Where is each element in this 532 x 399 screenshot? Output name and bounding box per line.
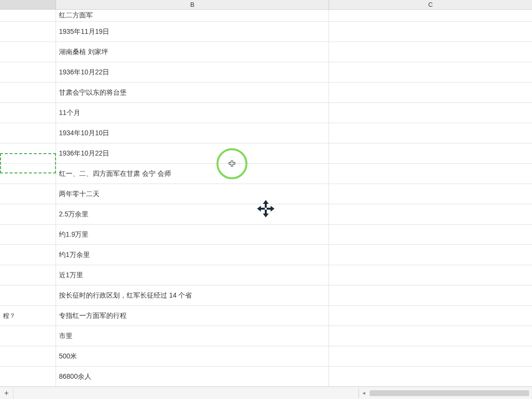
- cell-b[interactable]: 11个月: [56, 103, 329, 123]
- table-row[interactable]: 两年零十二天: [0, 184, 532, 204]
- horizontal-scroll: ◄: [357, 387, 532, 399]
- table-row[interactable]: 甘肃会宁以东的将台堡: [0, 83, 532, 103]
- cell-c[interactable]: [329, 204, 532, 224]
- cell-a[interactable]: [0, 103, 56, 123]
- cell-c[interactable]: [329, 346, 532, 366]
- cell-a[interactable]: [0, 10, 56, 21]
- cell-c[interactable]: [329, 225, 532, 244]
- cell-c[interactable]: [329, 123, 532, 143]
- cell-c[interactable]: [329, 83, 532, 102]
- grid-body[interactable]: 红二方面军 1935年11月19日 湖南桑植 刘家坪 1936年10月22日 甘…: [0, 10, 532, 386]
- table-row[interactable]: 市里: [0, 326, 532, 346]
- table-row[interactable]: 1935年11月19日: [0, 22, 532, 42]
- scrollbar-track[interactable]: [370, 390, 529, 396]
- cell-a[interactable]: [0, 42, 56, 62]
- table-row[interactable]: 约1.9万里: [0, 225, 532, 245]
- cell-b[interactable]: 按长征时的行政区划，红军长征经过 14 个省: [56, 285, 329, 305]
- add-sheet-button[interactable]: +: [0, 387, 14, 399]
- cell-a[interactable]: [0, 285, 56, 305]
- column-headers: B C: [0, 0, 532, 10]
- cell-c[interactable]: [329, 285, 532, 305]
- table-row[interactable]: 按长征时的行政区划，红军长征经过 14 个省: [0, 285, 532, 306]
- table-row[interactable]: 红一、二、四方面军在甘肃 会宁 会师: [0, 164, 532, 184]
- sheet-tab-bar: + ◄: [0, 386, 532, 399]
- cell-a[interactable]: [0, 265, 56, 285]
- cell-b[interactable]: 湖南桑植 刘家坪: [56, 42, 329, 62]
- table-row[interactable]: 1934年10月10日: [0, 123, 532, 143]
- cell-a[interactable]: [0, 62, 56, 82]
- cell-c[interactable]: [329, 164, 532, 184]
- cell-b[interactable]: 市里: [56, 326, 329, 346]
- cell-a[interactable]: [0, 164, 56, 184]
- cell-b[interactable]: 专指红一方面军的行程: [56, 306, 329, 326]
- column-header-b[interactable]: B: [56, 0, 329, 9]
- column-header-a[interactable]: [0, 0, 56, 9]
- cell-c[interactable]: [329, 184, 532, 204]
- cell-c[interactable]: [329, 22, 532, 42]
- cell-a[interactable]: [0, 22, 56, 42]
- cell-a[interactable]: [0, 83, 56, 102]
- table-row[interactable]: 红二方面军: [0, 10, 532, 22]
- cell-a[interactable]: [0, 123, 56, 143]
- cell-b[interactable]: 1935年11月19日: [56, 22, 329, 42]
- scrollbar-thumb[interactable]: [370, 390, 529, 396]
- table-row[interactable]: 湖南桑植 刘家坪: [0, 42, 532, 62]
- table-row[interactable]: 程？ 专指红一方面军的行程: [0, 306, 532, 326]
- cell-b[interactable]: 1936年10月22日: [56, 62, 329, 82]
- cell-a[interactable]: 程？: [0, 306, 56, 326]
- cell-b[interactable]: 约1.9万里: [56, 225, 329, 244]
- cell-a[interactable]: [0, 143, 56, 163]
- table-row[interactable]: 11个月: [0, 103, 532, 123]
- table-row[interactable]: 1936年10月22日: [0, 143, 532, 164]
- cell-c[interactable]: [329, 306, 532, 326]
- cell-c[interactable]: [329, 62, 532, 82]
- cell-a[interactable]: [0, 326, 56, 346]
- cell-c[interactable]: [329, 367, 532, 386]
- cell-c[interactable]: [329, 103, 532, 123]
- column-header-c[interactable]: C: [329, 0, 532, 9]
- cell-b[interactable]: 1936年10月22日: [56, 143, 329, 163]
- cell-c[interactable]: [329, 10, 532, 21]
- cell-b[interactable]: 甘肃会宁以东的将台堡: [56, 83, 329, 102]
- cell-b[interactable]: 500米: [56, 346, 329, 366]
- cell-c[interactable]: [329, 143, 532, 163]
- cell-b[interactable]: 红二方面军: [56, 10, 329, 21]
- cell-b[interactable]: 1934年10月10日: [56, 123, 329, 143]
- cell-c[interactable]: [329, 245, 532, 265]
- cell-b[interactable]: 近1万里: [56, 265, 329, 285]
- table-row[interactable]: 1936年10月22日: [0, 62, 532, 83]
- scroll-left-icon[interactable]: ◄: [361, 390, 367, 396]
- table-row[interactable]: 2.5万余里: [0, 204, 532, 225]
- cell-a[interactable]: [0, 367, 56, 386]
- divider: [359, 388, 359, 398]
- table-row[interactable]: 约1万余里: [0, 245, 532, 265]
- cell-a[interactable]: [0, 225, 56, 244]
- cell-c[interactable]: [329, 42, 532, 62]
- cell-b[interactable]: 2.5万余里: [56, 204, 329, 224]
- table-row[interactable]: 500米: [0, 346, 532, 367]
- cell-a[interactable]: [0, 245, 56, 265]
- cell-b[interactable]: 86800余人: [56, 367, 329, 386]
- cell-b[interactable]: 两年零十二天: [56, 184, 329, 204]
- cell-a[interactable]: [0, 184, 56, 204]
- cell-c[interactable]: [329, 265, 532, 285]
- cell-c[interactable]: [329, 326, 532, 346]
- cell-b[interactable]: 约1万余里: [56, 245, 329, 265]
- cell-b[interactable]: 红一、二、四方面军在甘肃 会宁 会师: [56, 164, 329, 184]
- spreadsheet: B C 红二方面军 1935年11月19日 湖南桑植 刘家坪 1936年10月2…: [0, 0, 532, 399]
- table-row[interactable]: 86800余人: [0, 367, 532, 386]
- table-row[interactable]: 近1万里: [0, 265, 532, 285]
- cell-a[interactable]: [0, 204, 56, 224]
- cell-a[interactable]: [0, 346, 56, 366]
